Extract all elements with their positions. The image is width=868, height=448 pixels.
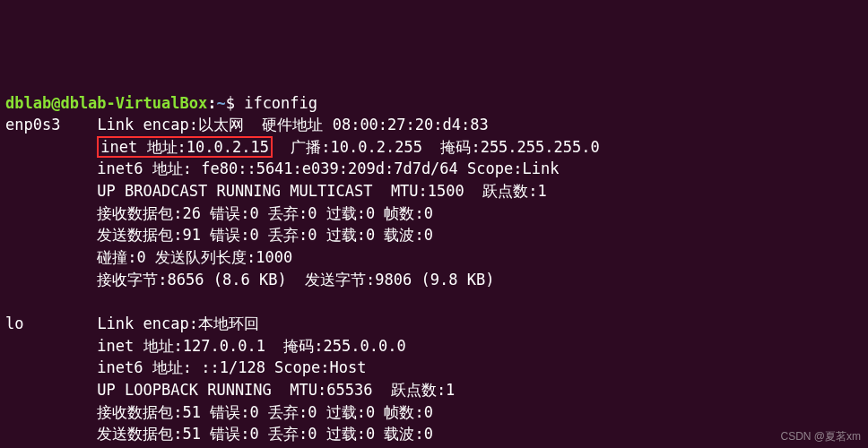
- inet-highlight: inet 地址:10.0.2.15: [97, 136, 273, 158]
- iface2-name: lo: [5, 314, 23, 332]
- terminal-output: dblab@dblab-VirtualBox:~$ ifconfig enp0s…: [5, 92, 863, 448]
- iface1-line5: 接收数据包:26 错误:0 丢弃:0 过载:0 帧数:0: [5, 204, 433, 222]
- iface2-line3: inet6 地址: ::1/128 Scope:Host: [5, 358, 366, 376]
- iface2-line1: lo Link encap:本地环回: [5, 314, 259, 332]
- iface2-line6: 发送数据包:51 错误:0 丢弃:0 过载:0 载波:0: [5, 425, 433, 443]
- prompt-path: ~: [216, 94, 225, 112]
- prompt-dollar: $: [226, 94, 244, 112]
- prompt-user-host: dblab@dblab-VirtualBox: [5, 94, 207, 112]
- blank-line: [5, 292, 14, 310]
- iface1-line6: 发送数据包:91 错误:0 丢弃:0 过载:0 载波:0: [5, 226, 433, 244]
- iface2-line5: 接收数据包:51 错误:0 丢弃:0 过载:0 帧数:0: [5, 403, 433, 421]
- prompt-colon: :: [207, 94, 216, 112]
- iface1-line3: inet6 地址: fe80::5641:e039:209d:7d7d/64 S…: [5, 159, 559, 177]
- command-text: ifconfig: [244, 94, 317, 112]
- iface1-line8: 接收字节:8656 (8.6 KB) 发送字节:9806 (9.8 KB): [5, 271, 494, 289]
- iface1-name: enp0s3: [5, 116, 60, 134]
- prompt-line: dblab@dblab-VirtualBox:~$ ifconfig: [5, 94, 317, 112]
- iface2-line4: UP LOOPBACK RUNNING MTU:65536 跃点数:1: [5, 381, 455, 399]
- iface1-line1: enp0s3 Link encap:以太网 硬件地址 08:00:27:20:d…: [5, 116, 489, 134]
- iface1-line2: inet 地址:10.0.2.15 广播:10.0.2.255 掩码:255.2…: [5, 138, 600, 156]
- iface1-line4: UP BROADCAST RUNNING MULTICAST MTU:1500 …: [5, 182, 547, 200]
- watermark-text: CSDN @夏茗xm: [780, 429, 861, 444]
- iface2-line2: inet 地址:127.0.0.1 掩码:255.0.0.0: [5, 337, 406, 355]
- iface1-mac: 08:00:27:20:d4:83: [333, 116, 489, 134]
- iface1-line7: 碰撞:0 发送队列长度:1000: [5, 248, 292, 266]
